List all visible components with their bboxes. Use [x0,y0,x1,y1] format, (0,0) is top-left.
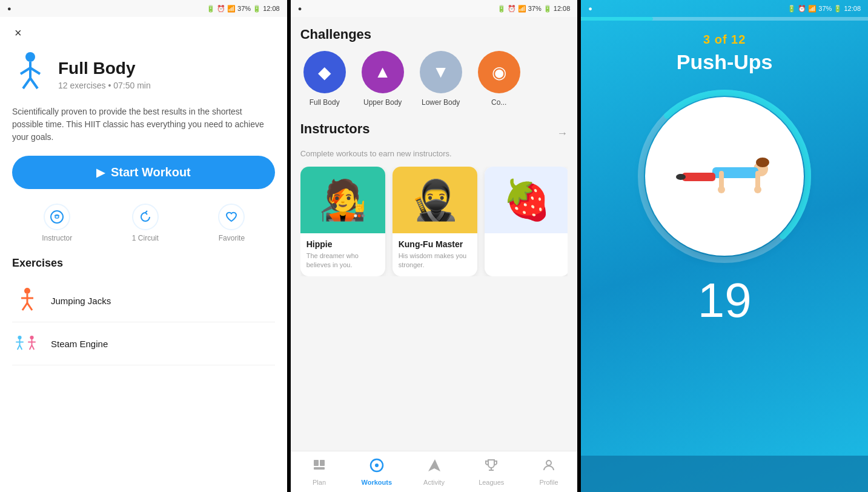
challenge-lower-body[interactable]: ▼ Lower Body [417,51,465,107]
svg-line-11 [22,303,27,310]
kungfu-info: Kung-Fu Master His wisdom makes you stro… [393,233,477,276]
svg-rect-24 [320,460,325,466]
instructor-icon [44,204,70,230]
kungfu-name: Kung-Fu Master [399,239,471,249]
workout-subtitle: 12 exercises • 07:50 min [58,81,151,90]
start-workout-label: Start Workout [111,165,191,179]
hippie-image: 🧑‍🎤 [300,167,385,233]
workout-detail-panel: ● 🔋 ⏰ 📶 37% 🔋 12:08 × Full Body [0,0,287,492]
circuit-label: 1 Circuit [132,234,159,242]
app-icon-p2: ● [298,5,302,12]
play-icon: ▶ [96,166,105,179]
status-left: ● [7,5,12,12]
status-right: 🔋 ⏰ 📶 37% 🔋 12:08 [207,5,280,13]
workout-title: Full Body [58,59,151,78]
exercise-name-display: Push-Ups [677,50,773,74]
instructor-label: Instructor [42,234,72,242]
workout-header: Full Body 12 exercises • 07:50 min [12,51,275,98]
activity-label: Activity [423,479,445,486]
svg-rect-25 [314,467,325,470]
challenge-icon-fb: ◆ [318,62,331,82]
app-icon: ● [7,5,12,12]
challenge-icon-ub: ▲ [374,62,391,82]
svg-line-5 [30,78,38,88]
challenge-core[interactable]: ◉ Co... [475,51,523,107]
hippie-emoji: 🧑‍🎤 [319,178,367,223]
workout-description: Scientifically proven to provide the bes… [12,105,275,144]
instructors-title: Instructors [300,121,370,137]
nav-activity[interactable]: Activity [405,458,463,486]
workout-bottom-bar [581,456,868,492]
nav-workouts[interactable]: Workouts [348,458,405,486]
svg-line-2 [21,68,30,74]
hippie-info: Hippie The dreamer who believes in you. [300,233,385,276]
challenge-label-ub: Upper Body [363,98,402,107]
exercise-circle [637,88,812,264]
svg-line-4 [23,78,30,88]
svg-point-8 [24,288,30,294]
status-bar-p3: ● 🔋 ⏰ 📶 37% 🔋 12:08 [581,0,868,17]
plan-icon [312,458,326,476]
challenge-full-body[interactable]: ◆ Full Body [300,51,349,107]
favorite-icon [218,204,245,230]
nav-leagues[interactable]: Leagues [463,458,520,486]
extra-info [485,233,568,248]
exercise-name-2: Steam Engine [51,339,108,349]
kungfu-emoji: 🥷 [411,178,459,223]
workout-meta: Instructor 1 Circuit Favorite [12,204,275,242]
workout-figure-icon [12,51,48,98]
exercise-counter: 3 of 12 [703,33,746,47]
nav-plan[interactable]: Plan [291,458,348,486]
svg-point-31 [546,460,551,465]
challenge-icon-lower-body: ▼ [420,51,462,93]
svg-point-42 [676,174,686,180]
challenge-icon-full-body: ◆ [303,51,346,93]
challenge-upper-body[interactable]: ▲ Upper Body [359,51,407,107]
svg-point-6 [51,211,63,223]
instructor-card-kungfu[interactable]: 🥷 Kung-Fu Master His wisdom makes you st… [393,167,477,276]
svg-line-12 [27,303,32,310]
exercise-name-1: Jumping Jacks [51,296,111,306]
hippie-desc: The dreamer who believes in you. [306,251,379,270]
challenges-title: Challenges [300,27,568,42]
status-right-p3: 🔋 ⏰ 📶 37% 🔋 12:08 [787,5,861,13]
exercise-illustration-bg [645,97,804,256]
status-right-p2: 🔋 ⏰ 📶 37% 🔋 12:08 [497,5,571,13]
start-workout-button[interactable]: ▶ Start Workout [12,156,275,189]
exercise-item-2: Steam Engine [12,322,275,365]
challenge-icon-lb: ▼ [432,62,449,82]
status-icons: 🔋 ⏰ 📶 37% 🔋 12:08 [207,5,280,13]
bottom-nav: Plan Workouts Activity [291,451,578,492]
kungfu-image: 🥷 [393,167,477,233]
leagues-icon [484,458,499,476]
instructors-subtitle: Complete workouts to earn new instructor… [300,149,568,158]
status-icons-p2: 🔋 ⏰ 📶 37% 🔋 12:08 [497,5,571,13]
exercise-figure-1 [12,285,42,316]
svg-point-18 [30,336,33,339]
svg-line-17 [20,345,22,350]
exercises-title: Exercises [12,257,275,270]
instructors-arrow-button[interactable]: → [557,127,568,140]
status-left-p2: ● [298,5,302,12]
svg-line-3 [30,68,40,74]
svg-rect-41 [682,173,715,181]
instructor-card-hippie[interactable]: 🧑‍🎤 Hippie The dreamer who believes in y… [300,167,385,276]
instructor-card-extra[interactable]: 🍓 [485,167,568,276]
challenge-icon-core: ◉ [478,51,520,93]
exercise-item-1: Jumping Jacks [12,279,275,322]
nav-profile[interactable]: Profile [520,458,578,486]
status-left-p3: ● [588,5,592,12]
challenges-row: ◆ Full Body ▲ Upper Body ▼ Lower Body [300,51,568,107]
leagues-label: Leagues [479,479,504,486]
challenge-label-lb: Lower Body [422,98,460,107]
svg-line-16 [18,345,20,350]
instructors-header: Instructors → [300,121,568,145]
meta-instructor: Instructor [42,204,72,242]
meta-favorite: Favorite [218,204,245,242]
meta-circuit: 1 Circuit [132,204,159,242]
status-bar-p2: ● 🔋 ⏰ 📶 37% 🔋 12:08 [291,0,578,17]
svg-point-13 [18,336,21,339]
close-button[interactable]: × [12,24,24,41]
favorite-label: Favorite [219,234,245,242]
profile-label: Profile [539,479,558,486]
